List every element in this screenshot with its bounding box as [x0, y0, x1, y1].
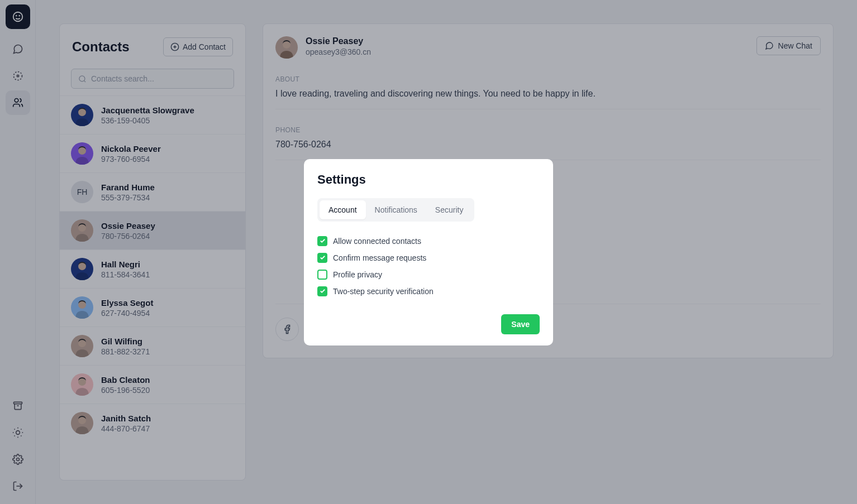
option-label: Allow connected contacts: [333, 237, 421, 246]
option-label: Profile privacy: [333, 270, 382, 279]
modal-overlay[interactable]: Settings AccountNotificationsSecurity Al…: [0, 0, 857, 504]
tab-notifications[interactable]: Notifications: [366, 200, 426, 219]
tab-security[interactable]: Security: [426, 200, 473, 219]
checkbox[interactable]: [317, 253, 327, 263]
checkbox[interactable]: [317, 286, 327, 296]
option-label: Two-step security verification: [333, 287, 434, 296]
tab-account[interactable]: Account: [320, 200, 366, 219]
save-button[interactable]: Save: [501, 314, 540, 334]
option-row: Allow connected contacts: [317, 233, 540, 249]
options: Allow connected contactsConfirm message …: [317, 233, 540, 300]
checkbox[interactable]: [317, 270, 327, 280]
settings-modal: Settings AccountNotificationsSecurity Al…: [304, 159, 553, 345]
option-label: Confirm message requests: [333, 253, 426, 262]
modal-title: Settings: [317, 172, 540, 187]
option-row: Profile privacy: [317, 266, 540, 283]
option-row: Confirm message requests: [317, 249, 540, 266]
option-row: Two-step security verification: [317, 283, 540, 300]
tabs: AccountNotificationsSecurity: [317, 198, 474, 222]
checkbox[interactable]: [317, 236, 327, 246]
